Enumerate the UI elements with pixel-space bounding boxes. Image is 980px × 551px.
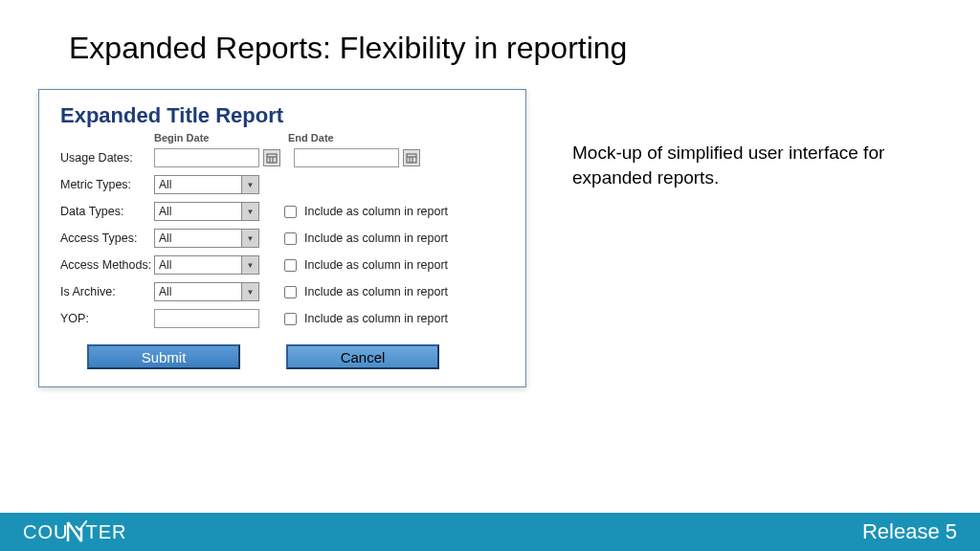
svg-rect-4 — [407, 154, 416, 163]
logo-text-right: TER — [85, 521, 126, 543]
checkmark-n-icon — [66, 520, 87, 543]
is-archive-select[interactable]: All ▼ — [154, 282, 259, 301]
include-label: Include as column in report — [304, 285, 448, 298]
select-value: All — [159, 178, 171, 191]
cancel-button[interactable]: Cancel — [286, 344, 439, 369]
select-value: All — [159, 205, 171, 218]
label-access-methods: Access Methods: — [60, 258, 154, 272]
row-yop: YOP: Include as column in report — [60, 306, 504, 331]
include-checkbox-data-types[interactable] — [284, 206, 297, 218]
row-data-types: Data Types: All ▼ Include as column in r… — [60, 199, 504, 224]
select-value: All — [159, 258, 171, 272]
logo-text-left: COU — [23, 521, 68, 543]
svg-rect-0 — [267, 154, 277, 163]
submit-button[interactable]: Submit — [87, 344, 240, 369]
chevron-down-icon: ▼ — [241, 283, 258, 300]
select-value: All — [159, 285, 171, 298]
include-checkbox-yop[interactable] — [284, 313, 297, 325]
label-usage-dates: Usage Dates: — [60, 151, 154, 165]
row-is-archive: Is Archive: All ▼ Include as column in r… — [60, 279, 504, 304]
chevron-down-icon: ▼ — [241, 230, 258, 247]
calendar-icon[interactable] — [263, 149, 280, 166]
content-area: Expanded Title Report Begin Date End Dat… — [0, 66, 980, 387]
row-access-methods: Access Methods: All ▼ Include as column … — [60, 253, 504, 277]
release-label: Release 5 — [862, 519, 957, 544]
panel-title: Expanded Title Report — [60, 103, 504, 128]
chevron-down-icon: ▼ — [241, 203, 258, 220]
button-row: Submit Cancel — [60, 344, 504, 369]
footer-bar: COU TER Release 5 — [0, 513, 980, 551]
label-yop: YOP: — [60, 312, 154, 325]
include-label: Include as column in report — [304, 312, 448, 325]
chevron-down-icon: ▼ — [241, 176, 258, 193]
page-title: Expanded Reports: Flexibility in reporti… — [0, 0, 980, 66]
chevron-down-icon: ▼ — [241, 256, 258, 274]
yop-input[interactable] — [154, 309, 259, 328]
end-date-input[interactable] — [294, 148, 399, 167]
include-label: Include as column in report — [304, 231, 448, 245]
end-date-header: End Date — [288, 132, 422, 143]
report-panel: Expanded Title Report Begin Date End Dat… — [38, 89, 526, 387]
counter-logo: COU TER — [23, 520, 126, 543]
access-types-select[interactable]: All ▼ — [154, 229, 259, 248]
calendar-icon[interactable] — [403, 149, 420, 166]
row-metric-types: Metric Types: All ▼ — [60, 172, 504, 197]
data-types-select[interactable]: All ▼ — [154, 202, 259, 221]
row-access-types: Access Types: All ▼ Include as column in… — [60, 226, 504, 251]
select-value: All — [159, 231, 171, 245]
date-header-row: Begin Date End Date — [60, 132, 504, 143]
description-text: Mock-up of simplified user interface for… — [572, 89, 898, 387]
label-data-types: Data Types: — [60, 205, 154, 218]
row-usage-dates: Usage Dates: — [60, 145, 504, 170]
begin-date-header: Begin Date — [154, 132, 288, 143]
label-metric-types: Metric Types: — [60, 178, 154, 191]
access-methods-select[interactable]: All ▼ — [154, 255, 259, 275]
include-label: Include as column in report — [304, 258, 448, 272]
include-checkbox-access-types[interactable] — [284, 232, 297, 245]
include-checkbox-is-archive[interactable] — [284, 286, 297, 298]
metric-types-select[interactable]: All ▼ — [154, 175, 259, 194]
begin-date-input[interactable] — [154, 148, 259, 167]
label-access-types: Access Types: — [60, 231, 154, 245]
include-checkbox-access-methods[interactable] — [284, 259, 297, 272]
include-label: Include as column in report — [304, 205, 448, 218]
label-is-archive: Is Archive: — [60, 285, 154, 298]
